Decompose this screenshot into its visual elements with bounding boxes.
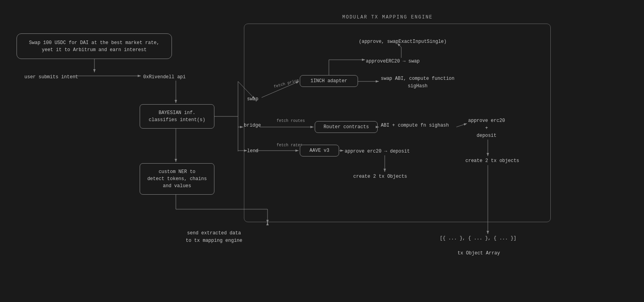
bridge-label: bridge	[244, 122, 261, 129]
inch-adapter-box: 1INCH adapter	[300, 75, 358, 87]
swap-label: swap	[247, 96, 258, 103]
intent-box: Swap 100 USDC for DAI at the best market…	[17, 33, 172, 59]
create-2tx-mid-label: create 2 tx Objects	[353, 173, 407, 180]
fetch-routes-label: fetch routes	[277, 118, 305, 124]
abi-compute-label: ABI + compute fn sighash	[381, 122, 449, 129]
engine-title: MODULAR TX MAPPING ENGINE	[342, 14, 433, 21]
aave-box: AAVE v3	[300, 145, 339, 157]
tx-object-array-label: tx Object Array	[458, 250, 500, 257]
send-extracted-label: send extracted data to tx mapping engine	[186, 230, 242, 245]
bayesian-text: BAYESIAN inf. classifies intent(s)	[149, 109, 205, 123]
aave-text: AAVE v3	[310, 147, 329, 154]
user-submits-label: user submits intent	[24, 74, 78, 81]
intent-text: Swap 100 USDC for DAI at the best market…	[29, 39, 159, 53]
lend-label: lend	[247, 147, 258, 155]
ner-box: custom NER to detect tokens, chains and …	[140, 163, 214, 195]
ner-text: custom NER to detect tokens, chains and …	[147, 168, 207, 190]
approve-erc20-swap-label: approveERC20 → swap	[366, 58, 420, 65]
fetch-rates-label: fetch rates	[277, 142, 303, 149]
router-contracts-text: Router contracts	[323, 123, 369, 131]
inch-adapter-text: 1INCH adapter	[310, 77, 347, 85]
tx-array-label: [{ ... }, { ... }, { ... }]	[440, 235, 516, 242]
router-contracts-box: Router contracts	[315, 121, 378, 133]
approve-swapexact-label: (approve, swapExactInputSingle)	[359, 38, 447, 46]
approve-deposit-right-label: approve erc20 + deposit	[468, 117, 505, 140]
swap-abi-label: swap ABI, compute function sigHash	[381, 75, 454, 90]
bayesian-box: BAYESIAN inf. classifies intent(s)	[140, 104, 214, 129]
diagram: MODULAR TX MAPPING ENGINE Swap 100 USDC …	[0, 0, 644, 302]
approve-deposit-mid-label: approve erc20 → deposit	[345, 148, 410, 155]
create-2tx-right-label: create 2 tx objects	[465, 157, 519, 165]
api-label: 0xRivendell api	[143, 74, 186, 81]
